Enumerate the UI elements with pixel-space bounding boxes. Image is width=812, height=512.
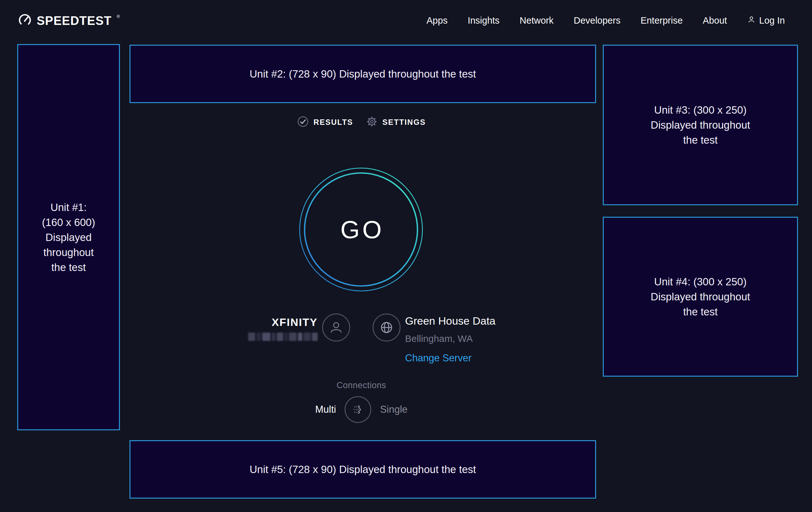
- nav-item-network[interactable]: Network: [520, 15, 553, 26]
- nav-item-apps[interactable]: Apps: [427, 15, 447, 26]
- go-label: GO: [299, 167, 423, 292]
- ad-unit-5: Unit #5: (728 x 90) Displayed throughout…: [129, 440, 596, 498]
- person-icon: [328, 319, 344, 336]
- ad-unit-1-label: Unit #1: (160 x 600) Displayed throughou…: [35, 200, 102, 275]
- ad-unit-2: Unit #2: (728 x 90) Displayed throughout…: [129, 45, 596, 103]
- view-tabs: RESULTS: [297, 115, 426, 129]
- ad-unit-3-label: Unit #3: (300 x 250) Displayed throughou…: [650, 103, 750, 147]
- logo-text: SPEEDTEST: [37, 14, 112, 28]
- isp-avatar: [322, 314, 350, 342]
- tab-settings[interactable]: SETTINGS: [366, 115, 426, 129]
- go-button[interactable]: GO: [299, 167, 423, 292]
- results-tab-label: RESULTS: [314, 118, 353, 127]
- trademark-mark: ®: [117, 14, 120, 19]
- connections-toggle-row: Multi Single: [315, 396, 408, 423]
- speedtest-logo[interactable]: SPEEDTEST ®: [18, 13, 119, 29]
- nav-item-about[interactable]: About: [703, 15, 727, 26]
- masked-isp-detail: [245, 332, 318, 341]
- main-nav: Apps Insights Network Developers Enterpr…: [427, 13, 785, 28]
- server-info: Green House Data Bellingham, WA Change S…: [405, 314, 496, 364]
- server-globe-badge: [373, 314, 401, 342]
- login-button[interactable]: Log In: [747, 15, 785, 26]
- gear-icon: [366, 115, 378, 129]
- ad-unit-1: Unit #1: (160 x 600) Displayed throughou…: [17, 44, 120, 430]
- nav-item-insights[interactable]: Insights: [468, 15, 499, 26]
- speedtest-page: SPEEDTEST ® Apps Insights Network Develo…: [0, 0, 812, 512]
- connections-toggle[interactable]: [345, 396, 372, 423]
- nav-item-developers[interactable]: Developers: [574, 15, 621, 26]
- isp-name: XFINITY: [245, 315, 318, 329]
- multi-arrows-icon: [350, 401, 367, 418]
- user-icon: [747, 15, 756, 26]
- tab-results[interactable]: RESULTS: [297, 115, 353, 129]
- connections-label: Connections: [337, 380, 386, 390]
- change-server-link[interactable]: Change Server: [405, 352, 496, 364]
- ad-unit-3: Unit #3: (300 x 250) Displayed throughou…: [603, 45, 798, 205]
- ad-unit-4-label: Unit #4: (300 x 250) Displayed throughou…: [650, 274, 750, 319]
- settings-tab-label: SETTINGS: [382, 118, 426, 127]
- isp-info: XFINITY: [245, 315, 318, 341]
- check-circle-icon: [297, 115, 309, 129]
- ad-unit-2-label: Unit #2: (728 x 90) Displayed throughout…: [250, 66, 476, 81]
- ad-unit-4: Unit #4: (300 x 250) Displayed throughou…: [603, 217, 798, 377]
- server-location: Bellingham, WA: [405, 333, 496, 344]
- server-name: Green House Data: [405, 314, 496, 327]
- globe-icon: [378, 319, 395, 336]
- connections-multi-option[interactable]: Multi: [315, 404, 336, 415]
- nav-item-enterprise[interactable]: Enterprise: [640, 15, 683, 26]
- connections-single-option[interactable]: Single: [380, 404, 408, 415]
- login-label: Log In: [759, 15, 785, 26]
- top-nav-bar: SPEEDTEST ® Apps Insights Network Develo…: [0, 0, 812, 38]
- ad-unit-5-label: Unit #5: (728 x 90) Displayed throughout…: [250, 462, 476, 477]
- gauge-icon: [18, 13, 32, 29]
